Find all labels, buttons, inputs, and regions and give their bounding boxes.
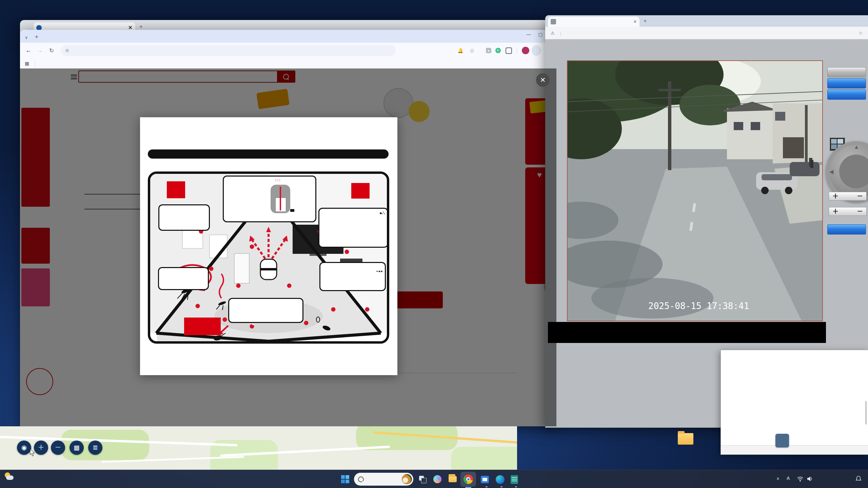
modal-close-button[interactable]: ✕ bbox=[536, 73, 550, 87]
desktop: ✕ + ∨ + — ▢ ✕ ← → ↻ ⊙ 🔔 ☆ ▲ bbox=[0, 0, 868, 488]
map-menu-button[interactable]: ≣ bbox=[88, 441, 102, 455]
ptz-up-icon[interactable]: ▲ bbox=[854, 144, 859, 150]
mite-label bbox=[351, 183, 370, 199]
desktop-shortcut-2[interactable] bbox=[764, 434, 801, 449]
dvr-favicon bbox=[551, 19, 556, 24]
sync-extension-icon[interactable]: ↻ bbox=[495, 48, 501, 53]
dvr-title-bar: ✕ + bbox=[545, 15, 868, 27]
notes-app-button[interactable] bbox=[509, 473, 521, 485]
warning-icon: ⚠ bbox=[551, 30, 555, 36]
camera-video: 2025-08-15 17:38:41 bbox=[567, 60, 823, 321]
dvr-tab-close-icon[interactable]: ✕ bbox=[633, 19, 637, 24]
mouse-cursor bbox=[30, 449, 36, 457]
search-highlight-image bbox=[402, 474, 412, 484]
ime-indicator[interactable]: A bbox=[787, 475, 790, 481]
background-new-tab-button[interactable]: + bbox=[139, 23, 143, 30]
connect-button[interactable] bbox=[827, 67, 866, 77]
browser-window: ∨ + — ▢ ✕ ← → ↻ ⊙ 🔔 ☆ ▲ ↻ bbox=[20, 30, 556, 426]
search-icon bbox=[358, 476, 364, 482]
apps-grid-icon[interactable]: ▦ bbox=[25, 61, 29, 66]
bubble-roach bbox=[228, 298, 303, 323]
disconnect-button[interactable] bbox=[827, 78, 866, 88]
video-letterbox bbox=[548, 322, 826, 343]
map-locate-button[interactable]: ◉ bbox=[17, 441, 31, 455]
shortcut-icon bbox=[775, 434, 789, 447]
file-explorer-button[interactable] bbox=[446, 473, 458, 485]
map-zoom-out-button[interactable]: － bbox=[51, 441, 65, 455]
bubble-mite: ●∴ bbox=[318, 208, 388, 248]
notification-add-icon[interactable]: 🔔 bbox=[455, 48, 466, 53]
restart-update-button[interactable] bbox=[532, 45, 541, 56]
focus-in-icon[interactable]: ＋ bbox=[832, 207, 839, 216]
roach-note bbox=[252, 324, 255, 325]
dvr-tab[interactable]: ✕ bbox=[548, 17, 639, 27]
copilot-button[interactable] bbox=[431, 473, 443, 485]
chrome-icon bbox=[463, 474, 473, 484]
zoom-control[interactable]: ＋－ bbox=[829, 192, 867, 201]
taskbar-search[interactable] bbox=[354, 473, 413, 486]
taskbar: ∧ A bbox=[0, 470, 868, 488]
focus-control[interactable]: ＋－ bbox=[829, 207, 867, 216]
zoom-out-icon[interactable]: － bbox=[857, 192, 863, 201]
bubble-block bbox=[158, 204, 210, 231]
bookmark-star-icon[interactable]: ☆ bbox=[466, 47, 478, 54]
minimize-button[interactable]: — bbox=[527, 32, 531, 37]
dvr-bookmark-star-icon[interactable]: ☆ bbox=[859, 30, 863, 36]
store-button[interactable] bbox=[479, 473, 491, 485]
feature-title-bar bbox=[148, 149, 389, 159]
tab-strip: ∨ + — ▢ ✕ bbox=[20, 30, 556, 43]
tab-search-chevron-icon[interactable]: ∨ bbox=[25, 35, 28, 40]
wifi-icon[interactable] bbox=[797, 475, 804, 482]
tray-chevron-icon[interactable]: ∧ bbox=[776, 476, 780, 481]
bookmarks-bar: ▦ bbox=[20, 58, 556, 69]
weather-icon bbox=[4, 472, 14, 481]
feature-diagram: ↑↑↑ ●∴ bbox=[148, 171, 389, 344]
edge-button[interactable] bbox=[494, 473, 506, 485]
maximize-button[interactable]: ▢ bbox=[538, 32, 542, 37]
roach-label bbox=[184, 318, 221, 335]
play-button[interactable] bbox=[827, 89, 866, 100]
notification-bell-icon[interactable] bbox=[855, 475, 862, 482]
weather-widget[interactable] bbox=[4, 472, 17, 481]
focus-out-icon[interactable]: － bbox=[857, 207, 863, 216]
task-view-button[interactable] bbox=[416, 473, 429, 485]
ptz-left-icon[interactable]: ◀ bbox=[829, 168, 833, 175]
feature-modal: ↑↑↑ ●∴ bbox=[140, 117, 397, 375]
mite-icon: ●∴ bbox=[379, 210, 385, 216]
profile-avatar[interactable] bbox=[522, 47, 529, 54]
new-tab-button[interactable]: + bbox=[35, 33, 39, 41]
rakuten-page: 🛒 ♥ ☝ bbox=[20, 68, 556, 426]
site-settings-icon[interactable]: ⊙ bbox=[65, 48, 69, 53]
reload-icon[interactable]: ↻ bbox=[46, 47, 57, 54]
dvr-new-tab-button[interactable]: + bbox=[644, 18, 647, 24]
bubble-stable: ↑↑↑ bbox=[223, 176, 316, 222]
back-icon[interactable]: ← bbox=[23, 47, 34, 54]
photos-extension-icon[interactable]: ▲ bbox=[486, 48, 491, 53]
nav-bar: ← → ↻ ⊙ 🔔 ☆ ▲ ↻ ⋮ bbox=[20, 43, 556, 58]
forward-icon[interactable]: → bbox=[34, 47, 46, 54]
bubble-contact bbox=[158, 267, 209, 290]
map-layers-button[interactable]: ▦ bbox=[70, 441, 84, 455]
vacuum-icon: ⌁●● bbox=[376, 269, 383, 273]
exit-button[interactable] bbox=[827, 224, 866, 235]
notepad-scrollbar[interactable] bbox=[865, 401, 867, 425]
bubble-vacuum: ⌁●● bbox=[319, 262, 386, 291]
start-button[interactable] bbox=[339, 473, 351, 485]
folder-icon bbox=[678, 433, 693, 445]
extensions-puzzle-icon[interactable] bbox=[506, 47, 512, 54]
svg-text:2025-08-15 17:38:41: 2025-08-15 17:38:41 bbox=[648, 301, 749, 311]
dvr-address-bar[interactable]: ⚠ | ☆ bbox=[545, 27, 868, 39]
chrome-button-active[interactable] bbox=[460, 472, 476, 487]
zoom-in-icon[interactable]: ＋ bbox=[832, 192, 839, 201]
map-panel[interactable]: ◉ ＋ － ▦ ≣ bbox=[0, 426, 517, 470]
map-zoom-in-button[interactable]: ＋ bbox=[34, 441, 48, 455]
desktop-shortcut-video[interactable] bbox=[662, 431, 709, 450]
address-bar[interactable]: ⊙ bbox=[61, 45, 396, 56]
mosquito-label bbox=[167, 181, 185, 198]
volume-icon[interactable] bbox=[806, 475, 813, 482]
